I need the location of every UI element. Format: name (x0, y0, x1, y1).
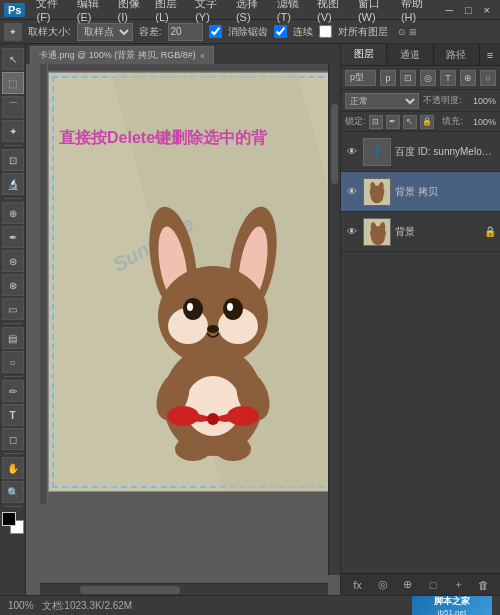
svg-point-18 (227, 303, 233, 311)
svg-point-16 (223, 298, 243, 320)
badge-line1: 脚本之家 (434, 595, 470, 608)
dodge-tool[interactable]: ○ (2, 351, 24, 373)
filter-btn-fx[interactable]: ⊡ (400, 70, 416, 86)
all-layers-checkbox[interactable] (319, 25, 332, 38)
tolerance-input[interactable] (168, 23, 203, 41)
layer-item-text[interactable]: 👁 T 百度 ID: sunnyMelody夏 (341, 132, 500, 172)
layer-mask-btn[interactable]: ◎ (374, 576, 392, 594)
text-tool[interactable]: T (2, 404, 24, 426)
maximize-btn[interactable]: □ (462, 4, 475, 16)
filter-btn-p[interactable]: p (380, 70, 396, 86)
layer-item-bg-copy[interactable]: 👁 背景 拷贝 (341, 172, 500, 212)
menu-layer[interactable]: 图层(L) (152, 0, 184, 23)
svg-point-15 (183, 298, 203, 320)
lock-all-btn[interactable]: 🔒 (420, 115, 434, 129)
layer-delete-btn[interactable]: 🗑 (474, 576, 492, 594)
tool-size-select[interactable]: 取样点 (77, 23, 133, 41)
tab-close-btn[interactable]: × (200, 51, 205, 61)
panel-menu-btn[interactable]: ≡ (480, 44, 500, 65)
filter-btn-type[interactable]: T (440, 70, 456, 86)
filter-btn-smart[interactable]: ⊕ (460, 70, 476, 86)
foreground-color[interactable] (2, 512, 16, 526)
all-layers-label: 对所有图层 (338, 25, 388, 39)
anti-alias-checkbox[interactable] (209, 25, 222, 38)
sample-icon: ⊙ (398, 27, 406, 37)
eyedropper-tool[interactable]: 🔬 (2, 173, 24, 195)
hand-tool[interactable]: ✋ (2, 457, 24, 479)
tab-layers[interactable]: 图层 (341, 44, 387, 65)
opacity-value: 100% (466, 96, 496, 106)
pen-tool[interactable]: ✏ (2, 380, 24, 402)
contiguous-checkbox[interactable] (274, 25, 287, 38)
magic-wand-tool[interactable]: ✦ (2, 120, 24, 142)
filter-btn-adj[interactable]: ◎ (420, 70, 436, 86)
contiguous-label: 连续 (293, 25, 313, 39)
filter-toggle[interactable]: ○ (480, 70, 496, 86)
ps-canvas-image[interactable]: 直接按Delete键删除选中的背 SunnyMe (48, 72, 340, 492)
menu-bar: Ps 文件(F) 编辑(E) 图像(I) 图层(L) 文字(Y) 选择(S) 滤… (0, 0, 500, 20)
lock-brush-btn[interactable]: ✒ (386, 115, 400, 129)
lasso-tool[interactable]: ⌒ (2, 96, 24, 118)
menu-edit[interactable]: 编辑(E) (74, 0, 107, 23)
opacity-label: 不透明度: (423, 94, 462, 107)
close-btn[interactable]: × (481, 4, 493, 16)
blend-mode-select[interactable]: 正常 (345, 93, 419, 109)
canvas-tab[interactable]: 卡通.png @ 100% (背景 拷贝, RGB/8#) × (30, 46, 214, 64)
lock-move-btn[interactable]: ↖ (403, 115, 417, 129)
history-tool[interactable]: ⊗ (2, 274, 24, 296)
menu-view[interactable]: 视图(V) (314, 0, 347, 23)
layer-thumb-t-icon: T (364, 139, 390, 165)
ps-logo: Ps (4, 3, 25, 17)
doc-size: 文档:1023.3K/2.62M (42, 599, 133, 613)
crop-tool[interactable]: ⊡ (2, 149, 24, 171)
tool-size-label: 取样大小: (28, 25, 71, 39)
layer-adjustment-btn[interactable]: ⊕ (399, 576, 417, 594)
layer-thumbnail-bg (363, 218, 391, 246)
layer-visibility-bg[interactable]: 👁 (345, 225, 359, 239)
tab-channels[interactable]: 通道 (387, 44, 433, 65)
menu-help[interactable]: 帮助(H) (398, 0, 431, 23)
zoom-level: 100% (8, 600, 34, 611)
menu-select[interactable]: 选择(S) (233, 0, 266, 23)
lock-transparent-btn[interactable]: ⊡ (369, 115, 383, 129)
svg-point-38 (370, 226, 386, 240)
zoom-tool[interactable]: 🔍 (2, 481, 24, 503)
right-panel: 图层 通道 路径 ≡ p型 p ⊡ ◎ T ⊕ ○ 正常 不透明度: (340, 44, 500, 595)
layer-visibility-bg-copy[interactable]: 👁 (345, 185, 359, 199)
tool-icon: ✦ (4, 23, 22, 41)
canvas-area: 卡通.png @ 100% (背景 拷贝, RGB/8#) × for(let … (26, 44, 340, 595)
minimize-btn[interactable]: ─ (442, 4, 456, 16)
lock-row: 锁定: ⊡ ✒ ↖ 🔒 填充: 100% (341, 112, 500, 132)
toolbox: ↖ ⬚ ⌒ ✦ ⊡ 🔬 ⊕ ✒ ⊜ ⊗ ▭ ▤ ○ ✏ T ◻ ✋ 🔍 (0, 44, 26, 595)
vertical-scrollbar[interactable] (328, 64, 340, 575)
menu-filter[interactable]: 滤镜(T) (274, 0, 306, 23)
refine-icon: ⊞ (409, 27, 417, 37)
layer-visibility-text[interactable]: 👁 (345, 145, 359, 159)
selection-tool[interactable]: ⬚ (2, 72, 24, 94)
layer-group-btn[interactable]: □ (424, 576, 442, 594)
workspace: ↖ ⬚ ⌒ ✦ ⊡ 🔬 ⊕ ✒ ⊜ ⊗ ▭ ▤ ○ ✏ T ◻ ✋ 🔍 卡通.p… (0, 44, 500, 595)
horizontal-scrollbar[interactable] (40, 583, 328, 595)
color-swatches[interactable] (2, 512, 24, 534)
eraser-tool[interactable]: ▭ (2, 298, 24, 320)
healing-tool[interactable]: ⊕ (2, 202, 24, 224)
menu-text[interactable]: 文字(Y) (192, 0, 225, 23)
layer-name-bg: 背景 (395, 225, 480, 239)
brush-tool[interactable]: ✒ (2, 226, 24, 248)
clone-tool[interactable]: ⊜ (2, 250, 24, 272)
move-tool[interactable]: ↖ (2, 48, 24, 70)
layer-item-bg[interactable]: 👁 背景 🔒 (341, 212, 500, 252)
svg-point-21 (185, 376, 241, 436)
menu-file[interactable]: 文件(F) (33, 0, 65, 23)
shape-tool[interactable]: ◻ (2, 428, 24, 450)
status-bar: 100% 文档:1023.3K/2.62M 脚本之家 jb51.net (0, 595, 500, 615)
layer-thumbnail-bg-copy (363, 178, 391, 206)
tab-paths[interactable]: 路径 (434, 44, 480, 65)
layer-new-btn[interactable]: ＋ (449, 576, 467, 594)
fill-label: 填充: (442, 115, 463, 128)
layer-toolbar: fx ◎ ⊕ □ ＋ 🗑 (341, 573, 500, 595)
menu-image[interactable]: 图像(I) (115, 0, 145, 23)
layer-effects-btn[interactable]: fx (349, 576, 367, 594)
gradient-tool[interactable]: ▤ (2, 327, 24, 349)
menu-window[interactable]: 窗口(W) (355, 0, 390, 23)
